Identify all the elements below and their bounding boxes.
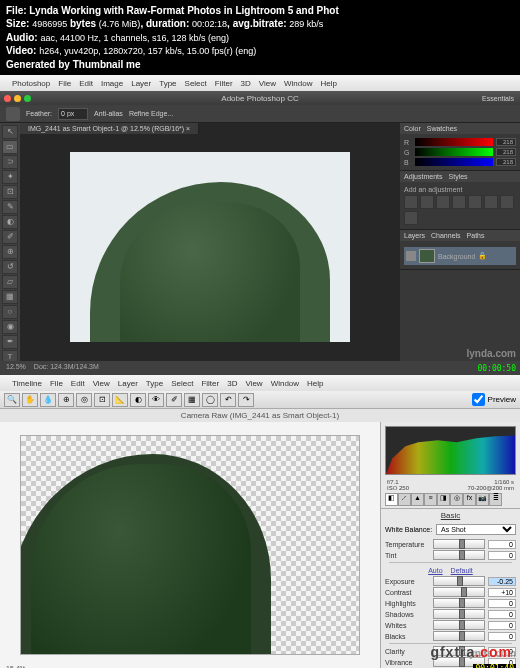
- straighten-tool-icon[interactable]: 📐: [112, 393, 128, 407]
- detail-tab-icon[interactable]: ▲: [411, 493, 424, 506]
- adjustments-tab[interactable]: Adjustments: [404, 173, 443, 180]
- zoom-tool-icon[interactable]: 🔍: [4, 393, 20, 407]
- adj-hue-icon[interactable]: [484, 195, 498, 209]
- g-slider[interactable]: [415, 148, 493, 156]
- curve-tab-icon[interactable]: ⟋: [398, 493, 411, 506]
- menu-file[interactable]: File: [58, 79, 71, 88]
- feather-input[interactable]: [58, 108, 88, 120]
- lasso-tool-icon[interactable]: ⊃: [2, 155, 18, 169]
- blur-tool-icon[interactable]: ○: [2, 305, 18, 319]
- adj-exposure-icon[interactable]: [452, 195, 466, 209]
- refine-edge-button[interactable]: Refine Edge...: [129, 110, 173, 117]
- menu-layer[interactable]: Layer: [131, 79, 151, 88]
- camera-raw-window: Timeline File Edit View Layer Type Selec…: [0, 375, 520, 668]
- heal-tool-icon[interactable]: ◐: [2, 215, 18, 229]
- swatches-tab[interactable]: Swatches: [427, 125, 457, 132]
- auto-link[interactable]: Auto: [428, 567, 442, 574]
- channels-tab[interactable]: Channels: [431, 232, 461, 239]
- adj-levels-icon[interactable]: [420, 195, 434, 209]
- history-brush-icon[interactable]: ↺: [2, 260, 18, 274]
- menu-type[interactable]: Type: [159, 79, 176, 88]
- menu-select[interactable]: Select: [185, 79, 207, 88]
- wand-tool-icon[interactable]: ✦: [2, 170, 18, 184]
- menu-window[interactable]: Window: [284, 79, 312, 88]
- brush-tool-icon[interactable]: ✐: [2, 230, 18, 244]
- fx-tab-icon[interactable]: fx: [463, 493, 476, 506]
- tint-slider[interactable]: [433, 550, 485, 560]
- highlights-slider[interactable]: [433, 598, 485, 608]
- cr-canvas-area[interactable]: [0, 422, 380, 668]
- hsl-tab-icon[interactable]: ≡: [424, 493, 437, 506]
- layers-tab[interactable]: Layers: [404, 232, 425, 239]
- sampler-tool-icon[interactable]: ⊕: [58, 393, 74, 407]
- menu-view[interactable]: View: [259, 79, 276, 88]
- shadows-slider[interactable]: [433, 609, 485, 619]
- options-bar: Feather: Anti-alias Refine Edge...: [0, 105, 520, 123]
- adj-curves-icon[interactable]: [436, 195, 450, 209]
- gradient-tool-icon[interactable]: ▦: [2, 290, 18, 304]
- menu-filter[interactable]: Filter: [215, 79, 233, 88]
- adj-brightness-icon[interactable]: [404, 195, 418, 209]
- lens-tab-icon[interactable]: ◎: [450, 493, 463, 506]
- paths-tab[interactable]: Paths: [467, 232, 485, 239]
- radial-tool-icon[interactable]: ◯: [202, 393, 218, 407]
- spot-tool-icon[interactable]: ◐: [130, 393, 146, 407]
- color-tab[interactable]: Color: [404, 125, 421, 132]
- redeye-tool-icon[interactable]: 👁: [148, 393, 164, 407]
- rotate-ccw-icon[interactable]: ↶: [220, 393, 236, 407]
- contrast-slider[interactable]: [433, 587, 485, 597]
- menu-help[interactable]: Help: [320, 79, 336, 88]
- background-layer[interactable]: Background 🔒: [404, 247, 516, 265]
- adj-photo-filter-icon[interactable]: [404, 211, 418, 225]
- r-slider[interactable]: [415, 138, 493, 146]
- antialias-check[interactable]: Anti-alias: [94, 110, 123, 117]
- stamp-tool-icon[interactable]: ⊕: [2, 245, 18, 259]
- hand-tool-icon[interactable]: ✋: [22, 393, 38, 407]
- crop-tool-icon[interactable]: ⊡: [2, 185, 18, 199]
- active-tool-icon[interactable]: [6, 107, 20, 121]
- window-controls[interactable]: [4, 95, 31, 102]
- wb-select[interactable]: As Shot: [436, 524, 516, 535]
- menu-3d[interactable]: 3D: [241, 79, 251, 88]
- menu-photoshop[interactable]: Photoshop: [12, 79, 50, 88]
- grad-tool-icon[interactable]: ▦: [184, 393, 200, 407]
- exposure-slider[interactable]: [433, 576, 485, 586]
- move-tool-icon[interactable]: ↖: [2, 125, 18, 139]
- split-tab-icon[interactable]: ◨: [437, 493, 450, 506]
- styles-tab[interactable]: Styles: [449, 173, 468, 180]
- brush-tool-icon[interactable]: ✐: [166, 393, 182, 407]
- marquee-tool-icon[interactable]: ▭: [2, 140, 18, 154]
- temperature-slider[interactable]: [433, 539, 485, 549]
- preview-checkbox[interactable]: Preview: [472, 393, 516, 406]
- whites-slider[interactable]: [433, 620, 485, 630]
- default-link[interactable]: Default: [451, 567, 473, 574]
- rotate-cw-icon[interactable]: ↷: [238, 393, 254, 407]
- pen-tool-icon[interactable]: ✒: [2, 335, 18, 349]
- visibility-icon[interactable]: [406, 251, 416, 261]
- blacks-slider[interactable]: [433, 631, 485, 641]
- presets-tab-icon[interactable]: ≣: [489, 493, 502, 506]
- target-tool-icon[interactable]: ◎: [76, 393, 92, 407]
- histogram[interactable]: [385, 426, 516, 475]
- zoom-level[interactable]: 12.5%: [6, 363, 26, 373]
- canvas[interactable]: [70, 152, 350, 342]
- adj-vibrance-icon[interactable]: [468, 195, 482, 209]
- workspace-switcher[interactable]: Essentials: [482, 95, 514, 102]
- lock-icon[interactable]: 🔒: [478, 252, 487, 260]
- cr-zoom[interactable]: 15.4%: [6, 665, 26, 668]
- dodge-tool-icon[interactable]: ◉: [2, 320, 18, 334]
- basic-tab-icon[interactable]: ◧: [385, 493, 398, 506]
- canvas-area[interactable]: IMG_2441 as Smart Object-1 @ 12.5% (RGB/…: [20, 123, 400, 363]
- eyedropper-tool-icon[interactable]: ✎: [2, 200, 18, 214]
- b-slider[interactable]: [415, 158, 493, 166]
- menu-timeline[interactable]: Timeline: [12, 379, 42, 388]
- document-tab[interactable]: IMG_2441 as Smart Object-1 @ 12.5% (RGB/…: [20, 123, 199, 134]
- wb-tool-icon[interactable]: 💧: [40, 393, 56, 407]
- adj-bw-icon[interactable]: [500, 195, 514, 209]
- eraser-tool-icon[interactable]: ▱: [2, 275, 18, 289]
- crop-tool-icon[interactable]: ⊡: [94, 393, 110, 407]
- menu-image[interactable]: Image: [101, 79, 123, 88]
- camera-tab-icon[interactable]: 📷: [476, 493, 489, 506]
- cr-canvas[interactable]: [20, 435, 360, 655]
- menu-edit[interactable]: Edit: [79, 79, 93, 88]
